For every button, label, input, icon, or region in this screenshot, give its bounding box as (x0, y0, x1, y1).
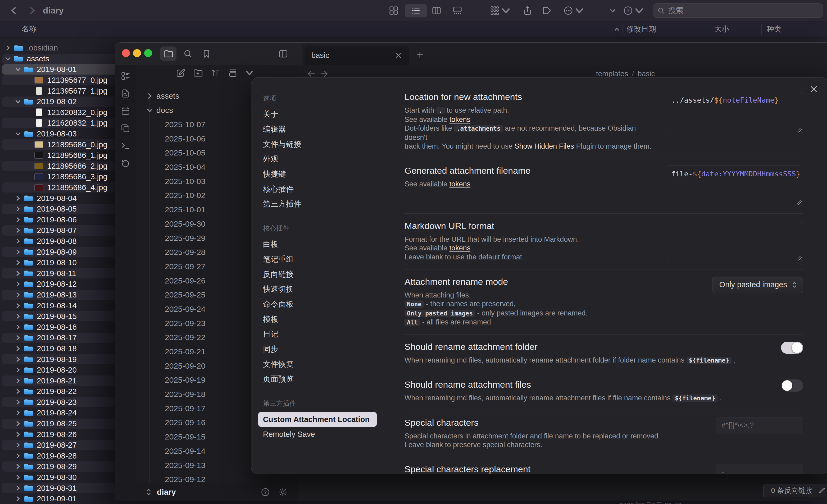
finder-folder-row[interactable]: 2019-08-30 (0, 472, 118, 483)
icon-view-button[interactable] (386, 4, 401, 17)
settings-nav-item-关于[interactable]: 关于 (258, 107, 377, 122)
settings-nav-item-remotely-save[interactable]: Remotely Save (258, 427, 377, 442)
chevron-down-icon[interactable] (245, 69, 254, 77)
templates-copy-icon[interactable] (120, 123, 131, 133)
setting-textarea[interactable]: ../assets/${noteFileName} (666, 92, 803, 134)
file-recovery-history-icon[interactable] (120, 158, 131, 168)
settings-nav-item-日记[interactable]: 日记 (258, 327, 377, 342)
settings-nav-item-文件与链接[interactable]: 文件与链接 (258, 137, 377, 152)
minimize-traffic-light[interactable] (133, 49, 141, 57)
settings-gear-icon[interactable] (278, 487, 288, 497)
finder-folder-row[interactable]: 2019-08-15 (0, 311, 118, 322)
disclosure-chevron-icon[interactable] (15, 377, 21, 384)
new-note-icon[interactable] (176, 68, 186, 78)
disclosure-chevron-icon[interactable] (15, 281, 21, 287)
finder-folder-row[interactable]: 2019-08-29 (0, 461, 118, 472)
finder-file-row[interactable]: 121895686_3.jpg (0, 171, 118, 182)
new-folder-icon[interactable] (193, 68, 203, 78)
disclosure-chevron-icon[interactable] (15, 259, 21, 266)
finder-folder-row[interactable]: .obsidian (0, 43, 118, 53)
finder-folder-row[interactable]: 2019-08-04 (0, 193, 118, 204)
finder-folder-row[interactable]: 2019-08-31 (0, 483, 118, 493)
finder-file-row[interactable]: 121895686_1.jpg (0, 150, 118, 161)
settings-nav-item-快捷键[interactable]: 快捷键 (258, 167, 377, 182)
column-kind[interactable]: 种类 (767, 21, 781, 37)
disclosure-chevron-icon[interactable] (5, 45, 11, 51)
settings-nav-item-反向链接[interactable]: 反向链接 (258, 267, 377, 282)
disclosure-chevron-icon[interactable] (15, 292, 21, 298)
column-name[interactable]: 名称 (22, 21, 37, 37)
disclosure-chevron-icon[interactable] (15, 98, 21, 105)
sidebar-toggle-button[interactable] (275, 47, 291, 61)
finder-folder-row[interactable]: 2019-08-12 (0, 279, 118, 290)
finder-folder-row[interactable]: 2019-08-28 (0, 451, 118, 461)
finder-folder-row[interactable]: 2019-08-19 (0, 354, 118, 365)
vault-switcher-icon[interactable] (145, 487, 152, 497)
close-traffic-light[interactable] (122, 49, 130, 57)
disclosure-chevron-icon[interactable] (15, 367, 21, 373)
collapse-all-icon[interactable] (228, 68, 238, 78)
finder-folder-row[interactable]: 2019-08-05 (0, 204, 118, 214)
backlinks-status-badge[interactable]: 0 条反向链接 (763, 484, 827, 497)
finder-folder-row[interactable]: 2019-08-10 (0, 257, 118, 268)
finder-file-row[interactable]: 121395677_1.jpg (0, 86, 118, 96)
finder-folder-row[interactable]: 2019-08-07 (0, 225, 118, 236)
disclosure-chevron-icon[interactable] (15, 238, 21, 244)
search-field[interactable]: 搜索 (653, 3, 823, 18)
back-button[interactable] (8, 5, 19, 16)
disclosure-chevron-icon[interactable] (146, 107, 153, 114)
disclosure-chevron-icon[interactable] (15, 485, 21, 491)
disclosure-chevron-icon[interactable] (15, 420, 21, 427)
settings-link[interactable]: tokens (449, 244, 471, 252)
settings-nav-item-编辑器[interactable]: 编辑器 (258, 122, 377, 137)
finder-folder-row[interactable]: 2019-08-13 (0, 290, 118, 300)
settings-nav-item-笔记重组[interactable]: 笔记重组 (258, 252, 377, 267)
disclosure-chevron-icon[interactable] (15, 195, 21, 201)
setting-toggle-off[interactable] (781, 380, 803, 392)
disclosure-chevron-icon[interactable] (15, 206, 21, 212)
tab-basic[interactable]: basic (304, 46, 409, 65)
breadcrumb-part[interactable]: basic (638, 69, 655, 78)
obsidian-search-button[interactable] (180, 47, 196, 61)
more-actions-button[interactable] (563, 4, 585, 17)
disclosure-chevron-icon[interactable] (15, 313, 21, 319)
bookmark-button[interactable] (198, 47, 214, 61)
finder-folder-row[interactable]: 2019-08-17 (0, 333, 118, 343)
settings-nav-item-命令面板[interactable]: 命令面板 (258, 297, 377, 312)
disclosure-chevron-icon[interactable] (15, 249, 21, 255)
finder-folder-row[interactable]: 2019-08-09 (0, 246, 118, 257)
finder-folder-row[interactable]: 2019-08-16 (0, 321, 118, 333)
share-button[interactable] (520, 4, 535, 17)
gallery-view-button[interactable] (449, 4, 466, 17)
help-icon[interactable] (260, 487, 270, 497)
disclosure-chevron-icon[interactable] (15, 410, 21, 416)
setting-text-input[interactable]: - (716, 464, 803, 474)
settings-link[interactable]: tokens (449, 115, 471, 123)
disclosure-chevron-icon[interactable] (15, 335, 21, 341)
terminal-icon[interactable] (120, 141, 131, 151)
list-view-button[interactable] (405, 4, 427, 17)
disclosure-chevron-icon[interactable] (15, 227, 21, 234)
finder-folder-row[interactable]: 2019-08-24 (0, 407, 118, 418)
finder-file-row[interactable]: 121895686_4.jpg (0, 182, 118, 193)
disclosure-chevron-icon[interactable] (15, 131, 21, 137)
setting-text-input[interactable]: #^[]|*\<>:? (716, 417, 803, 434)
daily-note-calendar-icon[interactable] (120, 106, 131, 116)
group-button[interactable] (489, 4, 512, 17)
finder-folder-row[interactable]: 2019-08-02 (0, 96, 118, 107)
setting-textarea[interactable] (666, 221, 803, 262)
finder-file-row[interactable]: 121620832_0.jpg (0, 107, 118, 118)
disclosure-chevron-icon[interactable] (15, 303, 21, 309)
disclosure-chevron-icon[interactable] (15, 399, 21, 405)
finder-folder-row[interactable]: 2019-08-26 (0, 429, 118, 440)
finder-folder-row[interactable]: 2019-08-06 (0, 214, 118, 225)
disclosure-chevron-icon[interactable] (15, 216, 21, 223)
setting-textarea[interactable]: file-${date:YYYYMMDDHHmmssSSS} (666, 165, 803, 206)
settings-nav-item-核心插件[interactable]: 核心插件 (258, 182, 377, 197)
disclosure-chevron-icon[interactable] (15, 66, 21, 72)
finder-folder-row[interactable]: 2019-08-18 (0, 343, 118, 354)
finder-file-row[interactable]: 121895686_0.jpg (0, 139, 118, 150)
finder-folder-row[interactable]: 2019-08-23 (0, 397, 118, 408)
settings-nav-item-外观[interactable]: 外观 (258, 152, 377, 167)
finder-folder-row[interactable]: 2019-08-27 (0, 440, 118, 451)
